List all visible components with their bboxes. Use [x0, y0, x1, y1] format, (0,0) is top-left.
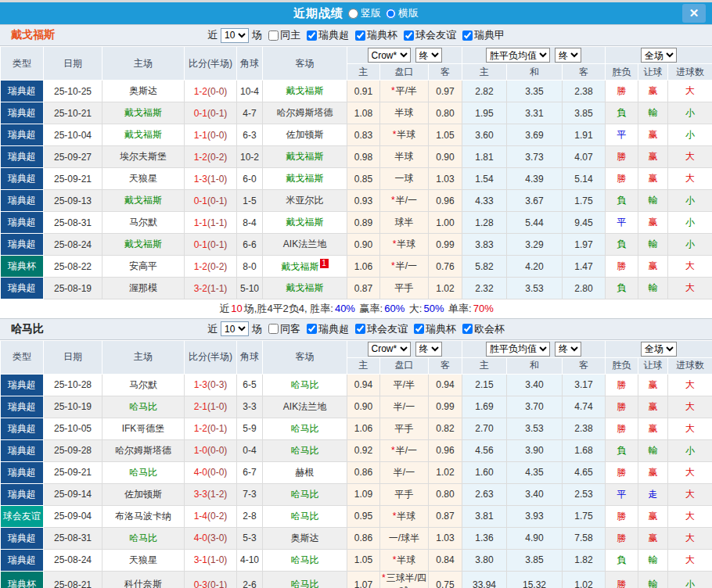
odds-home: 0.86: [347, 527, 380, 549]
col-score: 比分(半场): [185, 47, 237, 81]
result-handicap: 赢: [638, 505, 668, 527]
away-team-name: 戴戈福斯: [286, 282, 324, 293]
league-filter-0-0[interactable]: 瑞典超: [304, 28, 349, 42]
bookmaker-select[interactable]: Crow*: [368, 48, 411, 63]
avg-away: 1.91: [563, 124, 606, 146]
league-checkbox[interactable]: [355, 30, 365, 41]
result-goals: 小: [668, 234, 712, 256]
away-team: 哈马比: [263, 418, 347, 439]
avg-away: 3.17: [563, 374, 606, 396]
match-date: 25-08-22: [44, 256, 102, 278]
handicap-text: 半/一: [394, 467, 415, 478]
match-score: 1-1(0-0): [185, 124, 237, 146]
odds-away: 1.05: [429, 124, 462, 146]
vertical-radio[interactable]: [348, 9, 358, 19]
handicap-text: 球半: [395, 217, 414, 228]
games-label: 场: [252, 322, 262, 336]
result-wdl: 負: [606, 278, 638, 299]
match-count-select-0[interactable]: 10: [221, 28, 249, 43]
odds-away: 1.03: [429, 168, 462, 190]
league-filter-0-3[interactable]: 瑞典甲: [459, 28, 505, 42]
same-venue-checkbox-1[interactable]: [268, 324, 279, 334]
odds-home: 1.09: [347, 483, 380, 505]
bookmaker-select[interactable]: Crow*: [368, 342, 411, 357]
league-checkbox[interactable]: [414, 324, 424, 334]
full-score: 1-2: [194, 423, 207, 434]
sub-avg-home: 主: [462, 64, 507, 81]
handicap-text: 三球半/四球: [387, 572, 426, 588]
result-handicap: 輸: [638, 190, 668, 212]
corner-count: 8-0: [237, 256, 263, 278]
odds-home: 1.06: [347, 418, 380, 439]
league-filter-1-3[interactable]: 欧会杯: [459, 322, 505, 336]
avg-draw: 3.70: [507, 396, 563, 418]
league-filter-0-2[interactable]: 球会友谊: [401, 28, 456, 42]
match-score: 1-2(0-2): [185, 146, 237, 168]
avg-stage-select[interactable]: 终: [555, 342, 581, 357]
avg-away: 2.80: [563, 278, 606, 299]
league-type-cell: 瑞典超: [1, 212, 44, 234]
avg-stage-select[interactable]: 终: [555, 48, 581, 63]
scope-select[interactable]: 全场: [641, 48, 677, 63]
result-goals: 小: [668, 190, 712, 212]
corner-count: 2-8: [237, 505, 263, 527]
match-score: 1-1(1-1): [185, 212, 237, 234]
corner-count: 6-5: [237, 374, 263, 396]
full-score: 0-1: [194, 195, 207, 206]
avg-away: 2.53: [563, 483, 606, 505]
star-mark: *: [393, 554, 397, 565]
sub-handicap: 盘口: [380, 64, 429, 81]
match-date: 25-08-31: [44, 527, 102, 549]
half-score: (0-0): [207, 130, 227, 141]
avg-draw: 3.69: [507, 124, 563, 146]
league-checkbox[interactable]: [462, 30, 473, 41]
col-home: 主场: [102, 47, 185, 81]
summary-part: 大:: [406, 303, 422, 314]
odds-group-header: Crow*终: [347, 340, 462, 357]
sub-result-handicap: 让球: [638, 357, 668, 374]
league-filter-1-2[interactable]: 瑞典杯: [411, 322, 456, 336]
league-checkbox[interactable]: [355, 324, 365, 334]
league-checkbox[interactable]: [404, 30, 414, 41]
layout-vertical-option[interactable]: 竖版: [348, 6, 381, 20]
avg-home: 1.69: [462, 396, 507, 418]
result-wdl: 勝: [606, 396, 638, 418]
odds-away: 1.00: [429, 212, 462, 234]
avg-draw: 4.90: [507, 527, 563, 549]
odds-away: 0.84: [429, 549, 462, 571]
avg-type-select[interactable]: 胜平负均值: [486, 48, 550, 63]
home-team: 天狼星: [102, 168, 185, 190]
table-head-0: 类型 日期 主场 比分(半场) 角球 客场 Crow*终 胜平负均值终 全场 主…: [1, 47, 712, 81]
league-checkbox[interactable]: [462, 324, 473, 334]
half-score: (1-1): [207, 283, 227, 294]
col-corner: 角球: [237, 340, 263, 374]
league-filter-0-1[interactable]: 瑞典杯: [352, 28, 397, 42]
odds-away: 1.02: [429, 278, 462, 299]
odds-stage-select[interactable]: 终: [415, 48, 442, 63]
odds-stage-select[interactable]: 终: [415, 342, 442, 357]
avg-away: 1.75: [563, 505, 606, 527]
league-filter-1-0[interactable]: 瑞典超: [304, 322, 349, 336]
same-venue-checkbox-0[interactable]: [268, 30, 279, 41]
avg-type-select[interactable]: 胜平负均值: [486, 342, 550, 357]
home-team: 科什奈斯: [102, 571, 185, 588]
scope-select[interactable]: 全场: [641, 342, 677, 357]
summary-part: 60%: [384, 303, 405, 314]
same-venue-option-0[interactable]: 同主: [265, 28, 300, 42]
league-checkbox[interactable]: [307, 30, 317, 41]
corner-count: 4-7: [237, 102, 263, 124]
layout-horizontal-option[interactable]: 横版: [386, 6, 419, 20]
match-count-select-1[interactable]: 10: [221, 321, 249, 336]
corner-count: 8-4: [237, 212, 263, 234]
same-venue-option-1[interactable]: 同客: [265, 322, 300, 336]
sub-result-wdl: 胜负: [606, 64, 638, 81]
horizontal-radio[interactable]: [386, 9, 396, 19]
close-icon[interactable]: ✕: [682, 4, 706, 23]
league-filter-1-1[interactable]: 球会友谊: [352, 322, 408, 336]
avg-home: 1.28: [462, 212, 507, 234]
avg-away: 2.38: [563, 418, 606, 439]
match-date: 25-10-28: [44, 374, 102, 396]
away-team: 佐加顿斯: [263, 124, 347, 146]
odds-away: 0.94: [429, 374, 462, 396]
league-checkbox[interactable]: [307, 324, 317, 334]
